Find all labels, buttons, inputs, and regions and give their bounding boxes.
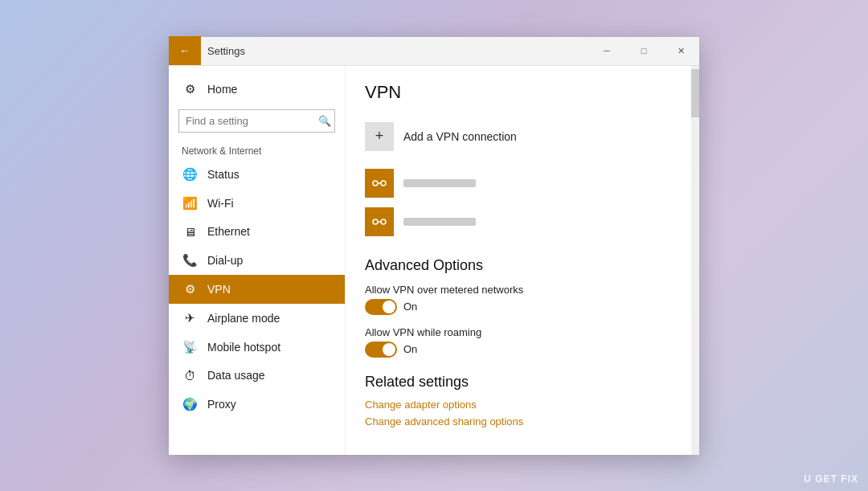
vpn-entry-1[interactable] — [365, 164, 672, 203]
toggle-roaming-knob — [383, 343, 395, 356]
sidebar-wifi-label: Wi-Fi — [207, 197, 234, 210]
sidebar-ethernet-label: Ethernet — [207, 225, 250, 238]
toggle-roaming-control: On — [365, 342, 672, 358]
close-button[interactable]: ✕ — [662, 36, 699, 65]
sidebar-item-hotspot[interactable]: 📡 Mobile hotspot — [169, 333, 345, 362]
toggle-metered-switch[interactable] — [365, 299, 397, 315]
sidebar-item-proxy[interactable]: 🌍 Proxy — [169, 390, 345, 419]
content-area: ⚙ Home 🔍 Network & Internet 🌐 Status 📶 W… — [169, 66, 699, 455]
ethernet-icon: 🖥 — [182, 225, 198, 239]
scrollbar[interactable] — [691, 66, 699, 455]
toggle-roaming-state: On — [403, 343, 417, 355]
minimize-button[interactable]: ─ — [588, 36, 625, 65]
sidebar: ⚙ Home 🔍 Network & Internet 🌐 Status 📶 W… — [169, 66, 346, 455]
add-vpn-button[interactable]: + Add a VPN connection — [365, 116, 672, 158]
titlebar-left: ← Settings — [169, 36, 245, 65]
datausage-icon: ⏱ — [182, 369, 198, 383]
svg-point-3 — [373, 219, 378, 224]
sidebar-item-airplane[interactable]: ✈ Airplane mode — [169, 304, 345, 333]
sidebar-dialup-label: Dial-up — [207, 254, 243, 267]
toggle-metered-label: Allow VPN over metered networks — [365, 284, 672, 296]
search-icon[interactable]: 🔍 — [318, 115, 331, 127]
sidebar-item-vpn[interactable]: ⚙ VPN — [169, 275, 345, 304]
sidebar-item-wifi[interactable]: 📶 Wi-Fi — [169, 189, 345, 218]
related-link-adapter[interactable]: Change adapter options — [365, 399, 672, 411]
toggle-roaming: Allow VPN while roaming On — [365, 326, 672, 358]
related-settings-title: Related settings — [365, 374, 672, 391]
vpn-entry-2[interactable] — [365, 203, 672, 241]
vpn-entry-2-name — [403, 218, 476, 226]
svg-point-0 — [373, 181, 378, 186]
vpn-entry-1-name — [403, 179, 476, 187]
sidebar-item-datausage[interactable]: ⏱ Data usage — [169, 362, 345, 390]
home-icon: ⚙ — [182, 82, 198, 96]
toggle-roaming-switch[interactable] — [365, 342, 397, 358]
related-link-sharing[interactable]: Change advanced sharing options — [365, 415, 672, 428]
toggle-metered-control: On — [365, 299, 672, 315]
sidebar-airplane-label: Airplane mode — [207, 312, 280, 325]
hotspot-icon: 📡 — [182, 340, 198, 354]
sidebar-item-ethernet[interactable]: 🖥 Ethernet — [169, 218, 345, 246]
toggle-metered: Allow VPN over metered networks On — [365, 284, 672, 315]
vpn-entry-2-icon — [365, 207, 394, 236]
sidebar-vpn-label: VPN — [207, 283, 231, 296]
main-content: VPN + Add a VPN connection — [346, 66, 691, 455]
dialup-icon: 📞 — [182, 253, 198, 268]
vpn-entry-1-icon — [365, 169, 394, 198]
sidebar-item-dialup[interactable]: 📞 Dial-up — [169, 246, 345, 275]
airplane-icon: ✈ — [182, 311, 198, 325]
scrollbar-thumb[interactable] — [691, 69, 699, 117]
wifi-icon: 📶 — [182, 196, 198, 211]
toggle-roaming-label: Allow VPN while roaming — [365, 326, 672, 338]
sidebar-datausage-label: Data usage — [207, 369, 265, 382]
toggle-metered-knob — [383, 301, 395, 313]
status-icon: 🌐 — [182, 167, 198, 182]
search-input[interactable] — [179, 110, 334, 132]
add-icon: + — [365, 122, 394, 151]
section-label: Network & Internet — [169, 139, 345, 160]
vpn-icon: ⚙ — [182, 282, 198, 297]
search-box[interactable]: 🔍 — [178, 109, 335, 133]
window-controls: ─ □ ✕ — [588, 36, 699, 65]
maximize-button[interactable]: □ — [625, 36, 662, 65]
sidebar-item-home[interactable]: ⚙ Home — [169, 76, 345, 103]
watermark: U GET FIX — [804, 473, 858, 485]
sidebar-status-label: Status — [207, 168, 240, 181]
titlebar: ← Settings ─ □ ✕ — [169, 37, 699, 66]
advanced-options-title: Advanced Options — [365, 257, 672, 274]
toggle-metered-state: On — [403, 301, 417, 313]
sidebar-item-status[interactable]: 🌐 Status — [169, 160, 345, 189]
svg-point-1 — [381, 181, 386, 186]
add-vpn-label: Add a VPN connection — [403, 130, 517, 143]
sidebar-hotspot-label: Mobile hotspot — [207, 341, 280, 354]
window-title: Settings — [207, 45, 245, 57]
proxy-icon: 🌍 — [182, 397, 198, 411]
sidebar-proxy-label: Proxy — [207, 398, 236, 411]
sidebar-home-label: Home — [207, 83, 237, 96]
back-button[interactable]: ← — [169, 36, 201, 65]
svg-point-4 — [381, 219, 386, 224]
page-title: VPN — [365, 82, 672, 103]
